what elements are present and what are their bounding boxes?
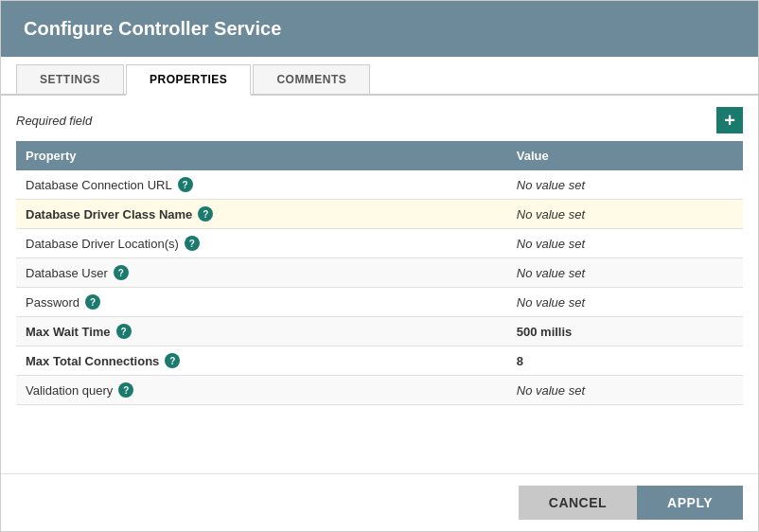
- help-icon[interactable]: ?: [165, 353, 180, 368]
- property-value-cell[interactable]: No value set: [507, 258, 715, 288]
- help-icon[interactable]: ?: [114, 265, 129, 280]
- property-action-cell: [715, 200, 743, 229]
- table-row: Max Total Connections?8: [16, 346, 743, 376]
- table-row: Validation query?No value set: [16, 376, 743, 405]
- col-action-header: [715, 141, 743, 170]
- table-header-row: Property Value: [16, 141, 743, 170]
- table-row: Database Connection URL?No value set: [16, 170, 743, 200]
- property-name: Database User: [26, 266, 108, 280]
- table-row: Database Driver Location(s)?No value set: [16, 229, 743, 258]
- property-action-cell: [715, 170, 743, 200]
- cancel-button[interactable]: CANCEL: [519, 486, 637, 520]
- property-value-cell[interactable]: No value set: [507, 229, 715, 258]
- property-action-cell: [715, 258, 743, 288]
- property-name-cell: Database Driver Location(s)?: [16, 229, 507, 258]
- table-row: Max Wait Time?500 millis: [16, 317, 743, 346]
- table-row: Password?No value set: [16, 288, 743, 317]
- property-name-cell: Password?: [16, 288, 507, 317]
- property-value-cell[interactable]: No value set: [507, 376, 715, 405]
- col-property-header: Property: [16, 141, 507, 170]
- property-name: Database Driver Location(s): [26, 237, 179, 251]
- col-value-header: Value: [507, 141, 715, 170]
- configure-controller-service-dialog: Configure Controller Service SETTINGS PR…: [0, 0, 759, 532]
- dialog-footer: CANCEL APPLY: [1, 473, 758, 531]
- property-name-cell: Max Total Connections?: [16, 346, 507, 376]
- property-name: Database Driver Class Name: [26, 207, 192, 222]
- tab-settings[interactable]: SETTINGS: [16, 64, 124, 94]
- help-icon[interactable]: ?: [185, 236, 200, 251]
- properties-table: Property Value Database Connection URL?N…: [16, 141, 743, 405]
- apply-button[interactable]: APPLY: [637, 486, 743, 520]
- property-action-cell: [715, 346, 743, 376]
- tab-comments[interactable]: COMMENTS: [253, 64, 370, 94]
- property-name-cell: Max Wait Time?: [16, 317, 507, 346]
- property-action-cell: [715, 229, 743, 258]
- property-action-cell: [715, 288, 743, 317]
- property-name-cell: Database Driver Class Name?: [16, 200, 507, 229]
- property-name-cell: Database Connection URL?: [16, 170, 507, 200]
- table-row: Database User?No value set: [16, 258, 743, 288]
- help-icon[interactable]: ?: [178, 177, 193, 192]
- property-value-cell[interactable]: No value set: [507, 288, 715, 317]
- property-name: Database Connection URL: [26, 178, 172, 192]
- property-name-cell: Validation query?: [16, 376, 507, 405]
- property-value-cell[interactable]: No value set: [507, 170, 715, 200]
- property-name-cell: Database User?: [16, 258, 507, 288]
- property-value-cell[interactable]: 500 millis: [507, 317, 715, 346]
- property-name: Max Total Connections: [26, 354, 159, 368]
- help-icon[interactable]: ?: [198, 206, 213, 222]
- dialog-title: Configure Controller Service: [1, 1, 758, 57]
- property-action-cell: [715, 376, 743, 405]
- required-field-label: Required field: [16, 114, 92, 128]
- add-property-button[interactable]: +: [716, 107, 743, 133]
- property-value-cell[interactable]: 8: [507, 346, 715, 376]
- help-icon[interactable]: ?: [85, 294, 100, 310]
- property-name: Password: [26, 295, 79, 310]
- help-icon[interactable]: ?: [116, 324, 132, 339]
- help-icon[interactable]: ?: [118, 382, 133, 398]
- tabs-bar: SETTINGS PROPERTIES COMMENTS: [1, 57, 758, 96]
- property-value-cell[interactable]: No value set: [507, 200, 715, 229]
- content-area: Required field + Property Value Database…: [1, 96, 758, 473]
- table-row: Database Driver Class Name?No value set: [16, 200, 743, 229]
- property-name: Max Wait Time: [26, 325, 111, 339]
- required-field-row: Required field +: [16, 107, 743, 133]
- tab-properties[interactable]: PROPERTIES: [126, 64, 251, 96]
- property-name: Validation query: [26, 383, 113, 398]
- property-action-cell: [715, 317, 743, 346]
